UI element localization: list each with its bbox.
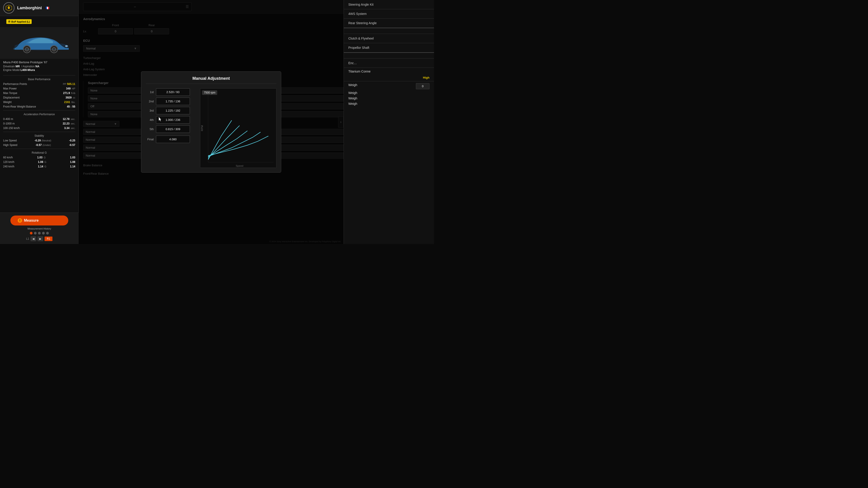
final-value[interactable]: 4.080 bbox=[156, 135, 190, 143]
nav-right-button[interactable]: ▶ bbox=[37, 236, 43, 241]
dot-4[interactable] bbox=[42, 232, 45, 234]
titanium-item: Titanium Conne bbox=[344, 68, 434, 75]
base-perf-title: Base Performance bbox=[0, 77, 79, 82]
low-speed-value-area: -0.29 (Neutral) bbox=[35, 139, 51, 142]
gear-5-value[interactable]: 0.815 / 309 bbox=[156, 125, 190, 133]
4ws-system-item[interactable]: 4WS System bbox=[344, 13, 434, 19]
max-torque-label: Max Torque bbox=[3, 92, 17, 95]
modal-overlay: Manual Adjustment 1st 2.520 / 93 2nd 1.7… bbox=[79, 0, 344, 244]
final-row: Final 4.080 bbox=[146, 135, 195, 143]
accel-title: Acceleration Performance bbox=[0, 112, 79, 117]
propellor-shaft-item[interactable]: Propellor Shaft bbox=[344, 43, 434, 53]
enc-label: Enc… bbox=[348, 61, 357, 65]
weight-row-2: Weigh bbox=[344, 90, 434, 96]
svg-rect-6 bbox=[200, 89, 276, 167]
divider-3 bbox=[3, 132, 75, 132]
gear-row-4: 4th 1.000 / 236 bbox=[146, 116, 195, 124]
nav-left-button[interactable]: ◀ bbox=[31, 236, 36, 241]
accel-400-value-area: 12.78 sec. bbox=[63, 118, 75, 121]
enc-item[interactable]: Enc… bbox=[344, 59, 434, 68]
max-torque-unit: ft-lb bbox=[71, 92, 75, 94]
high-speed-col2: -0.57 bbox=[69, 143, 75, 147]
engine-value: L400-Miura bbox=[21, 68, 35, 72]
rotational-g-title: Rotational G bbox=[0, 150, 79, 155]
accel-1000-unit: sec. bbox=[71, 122, 75, 125]
weight-value: 2161 bbox=[64, 101, 70, 104]
engine-line: Engine Model L400-Miura bbox=[3, 68, 75, 72]
accel-100-150-unit: sec. bbox=[71, 127, 75, 129]
gear-2-value[interactable]: 1.735 / 136 bbox=[156, 98, 190, 105]
accel-400-label: 0-400 m bbox=[3, 118, 13, 121]
manual-adjustment-modal: Manual Adjustment 1st 2.520 / 93 2nd 1.7… bbox=[141, 71, 281, 173]
measure-button[interactable]: ! Measure bbox=[10, 216, 68, 225]
high-speed-note: (Under) bbox=[42, 144, 51, 147]
gear-3-value[interactable]: 1.225 / 192 bbox=[156, 107, 190, 114]
displacement-value: 3929 bbox=[66, 96, 72, 99]
right-panel: Steering Angle Kit 4WS System Rear Steer… bbox=[344, 13, 434, 244]
gear-4-value[interactable]: 1.000 / 236 bbox=[156, 116, 190, 124]
weight-row-1: Weigh 0 bbox=[344, 82, 434, 90]
rear-steering-angle-item[interactable]: Rear Steering Angle bbox=[344, 19, 434, 28]
pp-label: Performance Points bbox=[3, 83, 27, 86]
weight-label-2: Weigh bbox=[348, 91, 357, 95]
rot-120-row: 120 km/h 1.08 G 1.08 bbox=[0, 160, 79, 164]
balance-value: 45 : 55 bbox=[67, 105, 75, 108]
dot-3[interactable] bbox=[38, 232, 41, 234]
rot-240-row: 240 km/h 1.14 G 1.14 bbox=[0, 164, 79, 169]
rot-240-col2: 1.14 bbox=[70, 165, 75, 168]
weight-label-1: Weigh bbox=[348, 83, 357, 89]
rpm-label: 7500 rpm bbox=[202, 90, 217, 95]
rot-120-unit: G bbox=[44, 161, 46, 163]
accel-100-150-label: 100-150 km/h bbox=[3, 127, 20, 130]
modal-title: Manual Adjustment bbox=[146, 76, 276, 84]
accel-1000-label: 0-1000 m bbox=[3, 122, 15, 125]
rot-240-value: 1.14 bbox=[38, 165, 43, 168]
brand-logo bbox=[3, 2, 14, 13]
clutch-flywheel-item[interactable]: Clutch & Flywheel bbox=[344, 34, 434, 43]
weight-row: Weight 2161 lbs. bbox=[0, 100, 79, 104]
displacement-value-area: 3929 cc bbox=[66, 96, 75, 99]
gear-chart-svg: Speed RPM bbox=[200, 89, 276, 168]
history-dots bbox=[30, 232, 49, 234]
max-power-unit: HP bbox=[72, 87, 75, 90]
gear-4-label: 4th bbox=[146, 118, 154, 122]
balance-label: Front-Rear Weight Balance bbox=[3, 105, 36, 108]
max-torque-value: 271.9 bbox=[63, 92, 70, 95]
rot-60-value-area: 1.03 G bbox=[37, 156, 46, 159]
rot-60-row: 60 km/h 1.03 G 1.03 bbox=[0, 155, 79, 160]
gear-chart-area: 7500 rpm bbox=[200, 88, 276, 168]
gear-1-label: 1st bbox=[146, 90, 154, 94]
gear-row-1: 1st 2.520 / 93 bbox=[146, 88, 195, 96]
dot-5[interactable] bbox=[46, 232, 49, 234]
low-speed-note: (Neutral) bbox=[41, 139, 51, 142]
weight-row-3: Weigh bbox=[344, 96, 434, 101]
dot-1[interactable] bbox=[30, 232, 33, 234]
rot-240-unit: G bbox=[44, 165, 46, 168]
car-silhouette bbox=[10, 32, 69, 54]
weight-value-1[interactable]: 0 bbox=[416, 83, 430, 89]
car-image-area bbox=[0, 27, 79, 59]
low-speed-value: -0.29 bbox=[35, 139, 41, 142]
high-speed-row: High Speed -0.57 (Under) -0.57 bbox=[0, 143, 79, 147]
weight-label-3: Weigh bbox=[348, 96, 357, 100]
divider-right-2 bbox=[344, 53, 434, 59]
max-power-value: 349 bbox=[66, 87, 70, 90]
max-power-value-area: 349 HP bbox=[66, 87, 75, 90]
low-speed-col2: -0.25 bbox=[69, 139, 75, 142]
displacement-label: Displacement bbox=[3, 96, 20, 99]
accel-1000-value: 22.23 bbox=[63, 122, 69, 125]
low-speed-row: Low Speed -0.29 (Neutral) -0.25 bbox=[0, 138, 79, 143]
gear-1-value[interactable]: 2.520 / 93 bbox=[156, 88, 190, 96]
svg-text:Speed: Speed bbox=[236, 164, 243, 167]
weight-unit: lbs. bbox=[71, 101, 75, 103]
accel-100-150-value-area: 3.34 sec. bbox=[64, 127, 75, 130]
rot-60-col2: 1.03 bbox=[70, 156, 75, 159]
accel-400-row: 0-400 m 12.78 sec. bbox=[0, 117, 79, 121]
measure-button-label: Measure bbox=[24, 219, 39, 223]
high-speed-value: -0.57 bbox=[35, 143, 41, 147]
dot-2[interactable] bbox=[34, 232, 37, 234]
nav-row: L1 ◀ ▶ R1 bbox=[26, 236, 53, 241]
svg-point-5 bbox=[65, 45, 68, 47]
displacement-unit: cc bbox=[73, 96, 75, 99]
titanium-label: Titanium Conne bbox=[348, 70, 370, 73]
